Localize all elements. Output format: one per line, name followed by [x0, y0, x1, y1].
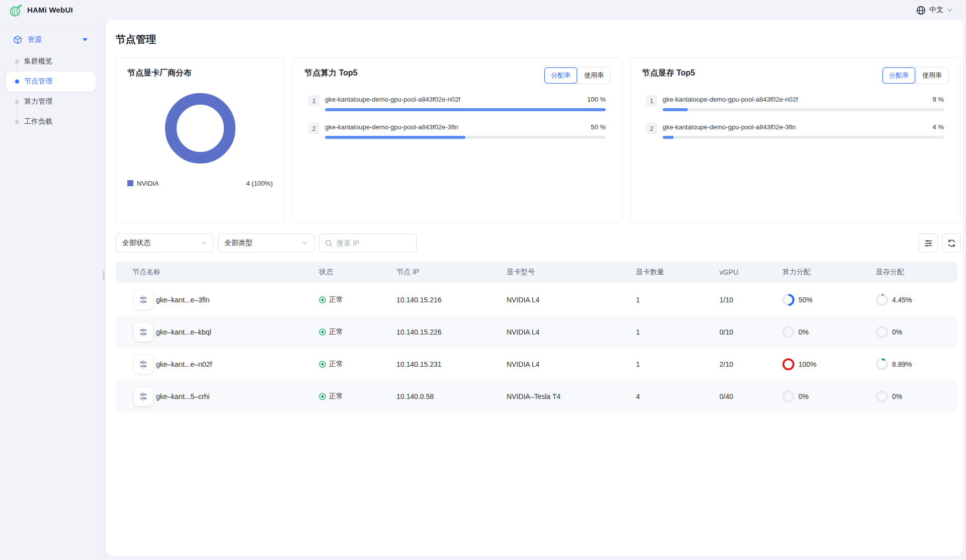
- status-label: 正常: [329, 360, 343, 369]
- sidebar-resizer-handle[interactable]: [103, 271, 105, 280]
- gpu-model: NVIDIA L4: [507, 316, 539, 348]
- app-title: HAMi WebUI: [27, 6, 73, 14]
- gpu-model: NVIDIA–Tesla T4: [507, 380, 560, 413]
- compute-percent: 0%: [798, 392, 809, 401]
- compute-ring-chart: [782, 326, 794, 338]
- globe-icon: [916, 6, 926, 15]
- status-filter-select[interactable]: 全部状态: [116, 233, 213, 253]
- nav-dot-icon: [15, 120, 19, 124]
- nav-dot-icon: [15, 60, 19, 63]
- search-ip-input[interactable]: [337, 239, 402, 247]
- column-header-node-name: 节点名称: [132, 262, 160, 283]
- node-icon-cell: [134, 380, 153, 413]
- chevron-down-icon: [302, 241, 308, 245]
- toggle-allocation-rate[interactable]: 分配率: [544, 67, 577, 84]
- table-row[interactable]: gke–kant...e–kbql 正常 10.140.15.226 NVIDI…: [116, 316, 957, 348]
- card-title: 节点显卡厂商分布: [127, 68, 192, 78]
- memory-ring-chart: [876, 358, 888, 370]
- gpu-model: NVIDIA L4: [507, 284, 539, 316]
- sidebar-item-label: 算力管理: [24, 97, 52, 106]
- table-row[interactable]: gke–kant...5–crhi 正常 10.140.0.58 NVIDIA–…: [116, 380, 957, 413]
- node-name[interactable]: gke–kant...e–kbql: [156, 316, 211, 348]
- vgpu-value: 1/10: [719, 284, 733, 316]
- status-cell: 正常: [319, 284, 343, 316]
- node-icon-cell: [134, 284, 153, 316]
- card-title: 节点显存 Top5: [642, 68, 695, 78]
- compute-percent: 0%: [798, 328, 809, 336]
- refresh-icon: [947, 239, 956, 248]
- legend-label: NVIDIA: [137, 180, 158, 187]
- sidebar: 资源 集群概览 节点管理 算力管理 工作负载: [0, 20, 105, 560]
- refresh-button[interactable]: [942, 233, 961, 253]
- memory-ring-chart: [876, 294, 888, 306]
- sidebar-item-workloads[interactable]: 工作负载: [6, 112, 96, 132]
- nav-dot-icon: [15, 79, 19, 84]
- node-name: gke-kantaloupe-demo-gpu-pool-a843f02e-n0…: [663, 96, 915, 103]
- memory-allocation-cell: 8.89%: [876, 348, 912, 380]
- column-header-status: 状态: [319, 262, 333, 283]
- language-label: 中文: [929, 6, 943, 15]
- caret-down-icon[interactable]: [83, 38, 88, 41]
- card-title: 节点算力 Top5: [304, 68, 357, 78]
- progress-track: [663, 136, 944, 139]
- toggle-usage-rate[interactable]: 使用率: [915, 67, 948, 84]
- cube-icon: [13, 35, 22, 44]
- language-selector[interactable]: 中文: [916, 4, 953, 16]
- sidebar-item-compute-management[interactable]: 算力管理: [6, 92, 96, 112]
- progress-fill: [663, 108, 688, 111]
- column-settings-button[interactable]: [919, 233, 938, 253]
- hami-logo-icon: [9, 4, 23, 18]
- rank-badge: 1: [646, 95, 657, 106]
- vgpu-value: 0/10: [719, 316, 733, 348]
- sidebar-item-label: 节点管理: [24, 77, 52, 86]
- vendor-donut-chart: [165, 93, 235, 164]
- node-name: gke-kantaloupe-demo-gpu-pool-a843f02e-n0…: [325, 96, 577, 103]
- percent-value: 50 %: [591, 123, 606, 131]
- node-name[interactable]: gke–kant...e–3fln: [156, 284, 210, 316]
- status-cell: 正常: [319, 380, 343, 413]
- status-ok-icon: [319, 393, 326, 400]
- gpu-count: 1: [636, 284, 640, 316]
- memory-allocation-cell: 4.45%: [876, 284, 912, 316]
- select-value: 全部类型: [224, 238, 253, 248]
- column-header-vgpu: vGPU: [719, 262, 738, 283]
- status-cell: 正常: [319, 316, 343, 348]
- memory-allocation-cell: 0%: [876, 316, 902, 348]
- table-row[interactable]: gke–kant...e–3fln 正常 10.140.15.216 NVIDI…: [116, 284, 957, 316]
- type-filter-select[interactable]: 全部类型: [218, 233, 314, 253]
- node-icon: [134, 323, 153, 342]
- column-header-compute-allocation: 算力分配: [782, 262, 811, 283]
- node-name[interactable]: gke–kant...5–crhi: [156, 380, 210, 413]
- sidebar-resizer[interactable]: [104, 20, 105, 555]
- sidebar-item-label: 集群概览: [24, 57, 52, 66]
- legend-swatch: [127, 180, 133, 186]
- sidebar-group-label: 资源: [28, 35, 42, 44]
- page-title: 节点管理: [116, 33, 156, 46]
- toggle-usage-rate[interactable]: 使用率: [577, 67, 610, 84]
- percent-value: 100 %: [587, 96, 606, 103]
- vgpu-value: 0/40: [719, 380, 733, 413]
- table-row[interactable]: gke–kant...e–n02f 正常 10.140.15.231 NVIDI…: [116, 348, 957, 380]
- rank-badge: 1: [308, 95, 319, 106]
- memory-percent: 0%: [892, 328, 902, 336]
- rank-badge: 2: [308, 123, 319, 134]
- column-header-node-ip: 节点 IP: [396, 262, 419, 283]
- status-ok-icon: [319, 329, 326, 336]
- status-label: 正常: [329, 295, 343, 304]
- sidebar-item-node-management[interactable]: 节点管理: [6, 71, 96, 92]
- progress-fill: [325, 136, 465, 139]
- node-ip: 10.140.15.231: [396, 348, 442, 380]
- progress-fill: [325, 108, 606, 111]
- search-icon: [325, 239, 333, 247]
- compute-percent: 100%: [798, 360, 817, 368]
- sidebar-group-resources[interactable]: 资源: [7, 31, 96, 48]
- progress-track: [325, 108, 606, 111]
- toggle-allocation-rate[interactable]: 分配率: [882, 67, 915, 84]
- chevron-down-icon: [201, 241, 207, 245]
- status-label: 正常: [329, 392, 343, 401]
- node-name[interactable]: gke–kant...e–n02f: [156, 348, 212, 380]
- memory-percent: 0%: [892, 392, 902, 401]
- search-ip-box: [319, 233, 417, 253]
- sidebar-item-cluster-overview[interactable]: 集群概览: [6, 51, 96, 71]
- gpu-model: NVIDIA L4: [507, 348, 539, 380]
